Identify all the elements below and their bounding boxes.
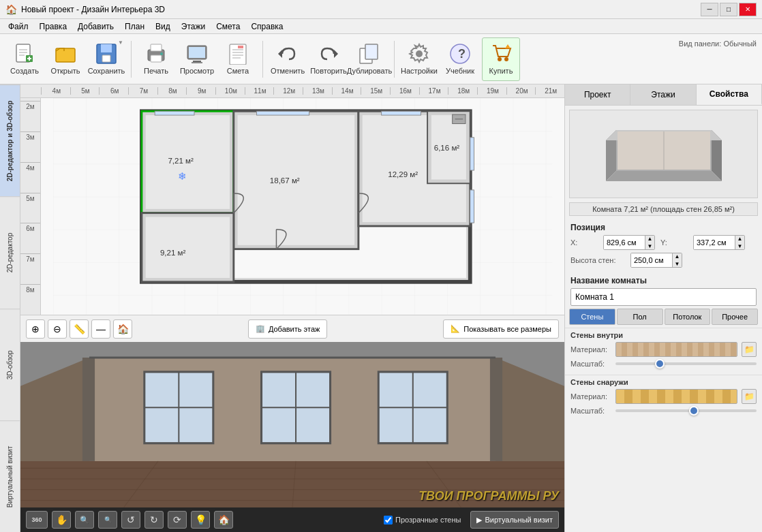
inner-scale-label: Масштаб: bbox=[570, 360, 611, 368]
tab-floor[interactable]: Пол bbox=[617, 309, 663, 325]
sidebar-item-2d3d[interactable]: 2D-редактор и 3D-обзор bbox=[0, 84, 20, 196]
inner-scale-slider[interactable] bbox=[615, 362, 757, 365]
inner-material-folder-button[interactable]: 📁 bbox=[742, 342, 757, 357]
menu-view[interactable]: Вид bbox=[150, 20, 176, 33]
virtual-visit-button[interactable]: ▶ Виртуальный визит bbox=[470, 511, 559, 529]
fp-minus-button[interactable]: — bbox=[91, 319, 110, 339]
y-value[interactable] bbox=[694, 236, 735, 249]
room3-label: 12,29 м² bbox=[388, 170, 418, 178]
tab-project[interactable]: Проект bbox=[565, 84, 630, 105]
tab-ceiling[interactable]: Потолок bbox=[665, 309, 711, 325]
x-down-button[interactable]: ▼ bbox=[645, 242, 654, 250]
y-down-button[interactable]: ▼ bbox=[735, 242, 744, 250]
outer-material-folder-button[interactable]: 📁 bbox=[742, 389, 757, 404]
3d-home-button[interactable]: 🏠 bbox=[214, 511, 233, 529]
outer-scale-slider[interactable] bbox=[615, 409, 757, 412]
ruler-mark-v: 7м bbox=[20, 253, 40, 284]
room1-icon: ❄ bbox=[178, 170, 187, 182]
add-floor-label: Добавить этаж bbox=[269, 325, 320, 333]
preview-button[interactable]: Просмотр bbox=[178, 37, 216, 81]
zoom-out-button[interactable]: ⊖ bbox=[48, 319, 67, 339]
view-3d-area[interactable]: ТВОИ ПРОГРАММЫ РУ 360 ✋ 🔍 🔍 ↺ ↻ ⟳ 💡 🏠 Пр… bbox=[20, 343, 564, 532]
buy-button[interactable]: Купить bbox=[482, 37, 520, 81]
x-value[interactable] bbox=[604, 236, 645, 249]
room-preview-svg bbox=[603, 116, 725, 191]
3d-scene bbox=[20, 343, 564, 507]
inner-material-swatch[interactable] bbox=[615, 342, 737, 357]
svg-rect-71 bbox=[82, 358, 95, 461]
create-button[interactable]: Создать bbox=[5, 37, 44, 81]
measure-button[interactable]: 📏 bbox=[70, 319, 89, 339]
redo-button[interactable]: Повторить bbox=[309, 37, 348, 81]
tab-walls[interactable]: Стены bbox=[569, 309, 615, 325]
3d-rotate-cw-button[interactable]: ↻ bbox=[144, 511, 164, 529]
menu-plan[interactable]: План bbox=[119, 20, 150, 33]
wall-height-row: Высота стен: ▲ ▼ bbox=[570, 253, 757, 268]
transparent-walls-checkbox[interactable] bbox=[384, 516, 393, 525]
print-button[interactable]: Печать bbox=[137, 37, 175, 81]
floor-plan-svg[interactable]: 7,21 м² ❄ 18,67 м² 12,29 м² 6,16 м² bbox=[41, 98, 564, 315]
close-button[interactable]: ✕ bbox=[739, 3, 757, 16]
3d-light-button[interactable]: 💡 bbox=[191, 511, 210, 529]
save-button[interactable]: Сохранить ▼ bbox=[87, 37, 125, 81]
duplicate-button[interactable]: Дублировать bbox=[350, 37, 388, 81]
settings-button[interactable]: Настройки bbox=[400, 37, 438, 81]
floor-plan-area[interactable]: 4м 5м 6м 7м 8м 9м 10м 11м 12м 13м 14м 15… bbox=[20, 84, 564, 343]
inner-scale-thumb[interactable] bbox=[655, 359, 665, 369]
save-label: Сохранить bbox=[88, 67, 125, 75]
wall-height-input[interactable]: ▲ ▼ bbox=[630, 253, 682, 268]
sidebar-item-3d[interactable]: 3D-обзор bbox=[0, 309, 20, 420]
zoom-in-button[interactable]: ⊕ bbox=[26, 319, 45, 339]
ruler-mark: 7м bbox=[128, 87, 157, 95]
tab-floors[interactable]: Этажи bbox=[630, 84, 696, 105]
budget-button[interactable]: Смета bbox=[219, 37, 257, 81]
wall-height-value[interactable] bbox=[631, 253, 672, 267]
hand-tool-button[interactable]: ✋ bbox=[52, 511, 71, 529]
transparent-walls-toggle[interactable]: Прозрачные стены bbox=[384, 516, 461, 525]
outer-scale-thumb[interactable] bbox=[689, 406, 699, 416]
room-name-input[interactable] bbox=[570, 288, 757, 306]
floor-plan-toolbar: ⊕ ⊖ 📏 — 🏠 🏢 Добавить этаж 📐 Показывать в… bbox=[20, 315, 564, 342]
360-button[interactable]: 360 bbox=[26, 511, 48, 529]
ruler-mark: 10м bbox=[215, 87, 245, 95]
maximize-button[interactable]: □ bbox=[720, 3, 737, 16]
x-input[interactable]: ▲ ▼ bbox=[603, 235, 655, 250]
3d-zoom-out-button[interactable]: 🔍 bbox=[98, 511, 117, 529]
minimize-button[interactable]: ─ bbox=[701, 3, 718, 16]
3d-zoom-in-button[interactable]: 🔍 bbox=[75, 511, 94, 529]
tab-other[interactable]: Прочее bbox=[712, 309, 758, 325]
ruler-top: 4м 5м 6м 7м 8м 9м 10м 11м 12м 13м 14м 15… bbox=[20, 84, 564, 98]
menu-edit[interactable]: Правка bbox=[34, 20, 73, 33]
menu-budget[interactable]: Смета bbox=[211, 20, 245, 33]
tutorial-button[interactable]: ? Учебник bbox=[441, 37, 479, 81]
menu-file[interactable]: Файл bbox=[3, 20, 34, 33]
menu-floors[interactable]: Этажи bbox=[176, 20, 211, 33]
view-panel-label: Вид панели: Обычный bbox=[679, 37, 757, 48]
sidebar-item-2d[interactable]: 2D-редактор bbox=[0, 196, 20, 308]
outer-walls-scale-row: Масштаб: bbox=[570, 407, 757, 415]
wall-height-label: Высота стен: bbox=[570, 256, 625, 264]
y-input[interactable]: ▲ ▼ bbox=[693, 235, 745, 250]
add-floor-icon: 🏢 bbox=[256, 324, 265, 333]
menu-help[interactable]: Справка bbox=[245, 20, 288, 33]
3d-reset-button[interactable]: ⟳ bbox=[168, 511, 187, 529]
add-floor-button[interactable]: 🏢 Добавить этаж bbox=[248, 319, 327, 339]
tab-properties[interactable]: Свойства bbox=[697, 84, 762, 105]
show-sizes-button[interactable]: 📐 Показывать все размеры bbox=[443, 319, 559, 339]
fp-home-button[interactable]: 🏠 bbox=[113, 319, 132, 339]
undo-button[interactable]: Отменить bbox=[269, 37, 307, 81]
buy-icon bbox=[490, 43, 512, 65]
outer-walls-label: Стены снаружи bbox=[570, 378, 757, 386]
show-sizes-label: Показывать все размеры bbox=[463, 325, 551, 333]
floor-plan-canvas[interactable]: 7,21 м² ❄ 18,67 м² 12,29 м² 6,16 м² bbox=[41, 98, 564, 315]
open-button[interactable]: Открыть bbox=[46, 37, 85, 81]
x-up-button[interactable]: ▲ bbox=[645, 235, 654, 242]
svg-rect-47 bbox=[146, 217, 230, 278]
wall-height-down-button[interactable]: ▼ bbox=[672, 260, 682, 268]
y-up-button[interactable]: ▲ bbox=[735, 235, 744, 242]
outer-material-swatch[interactable] bbox=[615, 389, 737, 404]
3d-rotate-ccw-button[interactable]: ↺ bbox=[121, 511, 140, 529]
menu-add[interactable]: Добавить bbox=[72, 20, 119, 33]
sidebar-item-virtual[interactable]: Виртуальный визит bbox=[0, 420, 20, 532]
wall-height-up-button[interactable]: ▲ bbox=[672, 253, 682, 260]
